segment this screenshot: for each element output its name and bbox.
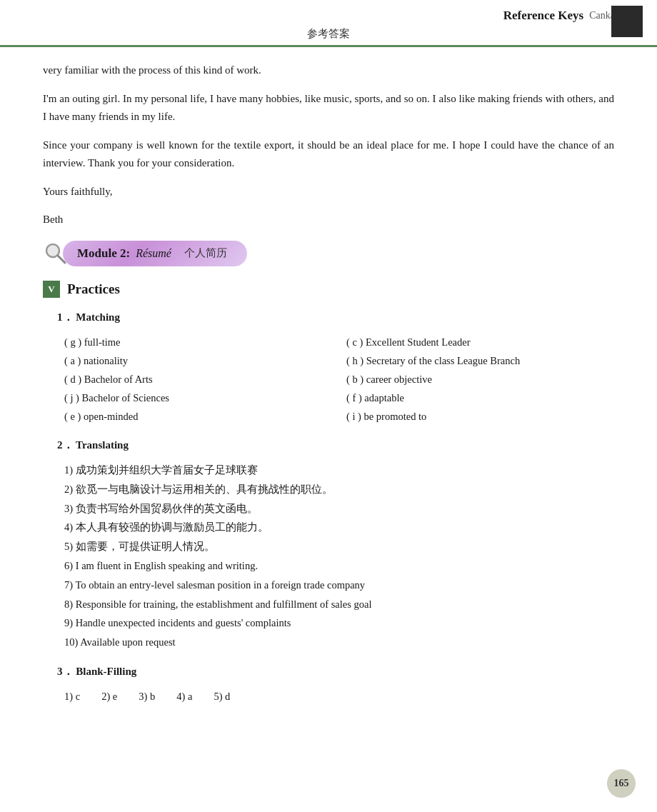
translating-item-8: 9) Handle unexpected incidents and guest…	[64, 613, 614, 633]
module-chinese: 个人简历	[184, 246, 227, 260]
matching-item-left-2: ( d ) Bachelor of Arts	[64, 370, 332, 389]
section-translating: 2． Translating 1) 成功策划并组织大学首届女子足球联赛 2) 欲…	[43, 438, 614, 652]
section-1-number: 1．	[57, 311, 74, 323]
matching-left-col: ( g ) full-time ( a ) nationality ( d ) …	[64, 333, 332, 426]
translating-list: 1) 成功策划并组织大学首届女子足球联赛 2) 欲觅一与电脑设计与运用相关的、具…	[57, 461, 614, 652]
practices-header: V Practices	[43, 281, 614, 298]
matching-item-right-0: ( c ) Excellent Student Leader	[346, 333, 614, 351]
section-3-label: Blank-Filling	[76, 666, 136, 677]
matching-right-col: ( c ) Excellent Student Leader ( h ) Sec…	[346, 333, 614, 426]
translating-item-9: 10) Available upon request	[64, 633, 614, 652]
matching-item-left-0: ( g ) full-time	[64, 333, 332, 351]
translating-item-1: 2) 欲觅一与电脑设计与运用相关的、具有挑战性的职位。	[64, 480, 614, 499]
translating-item-2: 3) 负责书写给外国贸易伙伴的英文函电。	[64, 499, 614, 518]
intro-para-4: Yours faithfully,	[43, 183, 614, 201]
matching-item-left-4: ( e ) open-minded	[64, 407, 332, 426]
intro-para-1: very familiar with the process of this k…	[43, 61, 614, 80]
matching-item-right-3: ( f ) adaptable	[346, 389, 614, 407]
answer-1: 1) c	[64, 687, 80, 706]
section-translating-title: 2． Translating	[57, 438, 614, 452]
practices-title: Practices	[67, 281, 120, 297]
practices-icon: V	[43, 281, 60, 298]
intro-para-5: Beth	[43, 211, 614, 229]
translating-item-0: 1) 成功策划并组织大学首届女子足球联赛	[64, 461, 614, 480]
main-content: very familiar with the process of this k…	[0, 47, 657, 747]
matching-item-left-3: ( j ) Bachelor of Sciences	[64, 389, 332, 407]
page-header: Reference Keys Cankao 参考答案	[0, 0, 657, 47]
matching-item-right-4: ( i ) be promoted to	[346, 407, 614, 426]
section-1-label: Matching	[76, 311, 120, 323]
answer-2: 2) e	[101, 687, 117, 706]
section-3-number: 3．	[57, 666, 74, 677]
translating-item-4: 5) 如需要，可提供证明人情况。	[64, 537, 614, 556]
module-subtitle: Résumé	[136, 247, 171, 260]
module-banner-container: Module 2: Résumé 个人简历	[43, 241, 614, 266]
matching-item-left-1: ( a ) nationality	[64, 351, 332, 370]
matching-item-right-2: ( b ) career objective	[346, 370, 614, 389]
section-2-label: Translating	[76, 439, 129, 451]
answer-3: 3) b	[139, 687, 155, 706]
section-2-number: 2．	[57, 439, 74, 451]
translating-item-3: 4) 本人具有较强的协调与激励员工的能力。	[64, 518, 614, 537]
blank-filling-answers: 1) c 2) e 3) b 4) a 5) d	[57, 687, 614, 706]
page-number: 165	[607, 769, 636, 798]
section-blank-filling: 3． Blank-Filling 1) c 2) e 3) b 4) a 5) …	[43, 665, 614, 706]
answer-4: 4) a	[176, 687, 192, 706]
section-matching-title: 1． Matching	[57, 311, 614, 324]
intro-para-2: I'm an outing girl. In my personal life,…	[43, 90, 614, 126]
intro-para-3: Since your company is well known for the…	[43, 136, 614, 173]
section-blank-filling-title: 3． Blank-Filling	[57, 665, 614, 678]
header-black-square	[611, 6, 643, 37]
header-title: Reference Keys	[503, 9, 584, 23]
answer-5: 5) d	[214, 687, 230, 706]
translating-item-7: 8) Responsible for training, the establi…	[64, 595, 614, 614]
module-banner: Module 2: Résumé 个人简历	[63, 241, 247, 266]
translating-item-5: 6) I am fluent in English speaking and w…	[64, 556, 614, 576]
module-label: Module 2:	[77, 246, 130, 261]
translating-item-6: 7) To obtain an entry-level salesman pos…	[64, 576, 614, 595]
header-chinese-label: 参考答案	[14, 26, 643, 45]
matching-grid: ( g ) full-time ( a ) nationality ( d ) …	[57, 333, 614, 426]
practices-icon-label: V	[48, 284, 54, 295]
section-matching: 1． Matching ( g ) full-time ( a ) nation…	[43, 311, 614, 426]
matching-item-right-1: ( h ) Secretary of the class League Bran…	[346, 351, 614, 370]
